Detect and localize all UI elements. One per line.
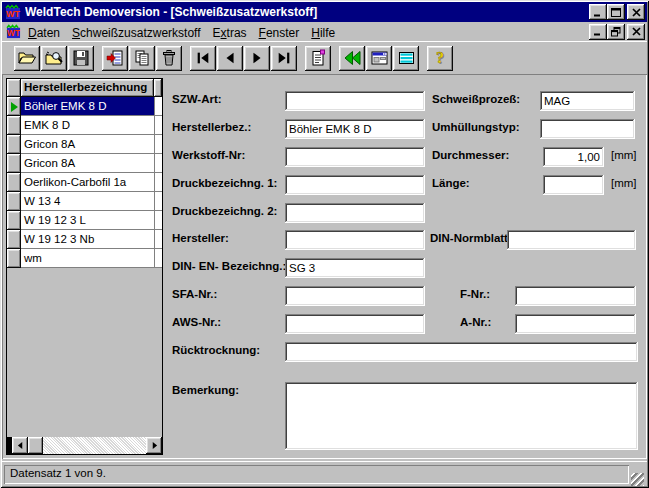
mdi-child-icon[interactable]: WT [4, 24, 22, 40]
search-button[interactable] [41, 46, 67, 71]
menu-extras[interactable]: Extras [207, 24, 253, 42]
grid-row[interactable]: wm [7, 249, 162, 268]
first-record-button[interactable] [190, 46, 216, 71]
form-view-button[interactable] [366, 46, 392, 71]
next-record-button[interactable] [244, 46, 270, 71]
ruecktrocknung-input[interactable] [285, 342, 638, 362]
grid-header-overflow [154, 79, 162, 97]
hersteller-label: Hersteller: [172, 232, 229, 244]
din-en-bezeichng-label: DIN- EN- Bezeichng.: [172, 260, 286, 272]
row-selector[interactable] [7, 154, 21, 173]
svg-text:?: ? [436, 49, 444, 66]
menu-fenster[interactable]: Fenster [253, 24, 306, 42]
scrollbar-thumb[interactable] [28, 437, 43, 454]
delete-button[interactable] [156, 46, 182, 71]
herstellerbez-input[interactable] [285, 119, 425, 139]
umhuellungstyp-input[interactable] [540, 119, 635, 139]
menu-schwei-zusatzwerkstoff[interactable]: Schweißzusatzwerkstoff [66, 24, 207, 42]
din-en-bezeichng-input[interactable] [285, 258, 425, 278]
last-record-button[interactable] [271, 46, 297, 71]
grid-cell[interactable]: Oerlikon-Carbofil 1a [21, 173, 154, 192]
schweissprozess-input[interactable] [540, 91, 635, 111]
first-record-icon [195, 50, 211, 66]
grid-cell[interactable]: W 19 12 3 Nb [21, 230, 154, 249]
scroll-right-button[interactable] [146, 437, 162, 454]
druckbezeichng1-label: Druckbezeichng. 1: [172, 177, 277, 189]
report-icon [309, 49, 327, 67]
druckbezeichng1-input[interactable] [285, 175, 425, 195]
grid-cell-overflow [154, 192, 162, 211]
minimize-button[interactable] [589, 4, 607, 20]
search-folder-icon [44, 49, 64, 67]
grid-row[interactable]: EMK 8 D [7, 116, 162, 135]
menu-daten[interactable]: Daten [22, 24, 66, 42]
copy-button[interactable] [129, 46, 155, 71]
grid-cell[interactable]: W 13 4 [21, 192, 154, 211]
grid-cell[interactable]: Gricon 8A [21, 135, 154, 154]
screen-view-button[interactable] [393, 46, 419, 71]
close-button[interactable] [627, 4, 645, 20]
szw-art-input[interactable] [285, 91, 425, 111]
grid-cell-overflow [154, 135, 162, 154]
help-button[interactable]: ? ? [427, 46, 453, 71]
a-nr-input[interactable] [515, 314, 636, 334]
grid-row[interactable]: Gricon 8A [7, 154, 162, 173]
grid-row[interactable]: Oerlikon-Carbofil 1a [7, 173, 162, 192]
scrollbar-track[interactable] [43, 437, 146, 454]
grid-row[interactable]: W 19 12 3 L [7, 211, 162, 230]
grid-row[interactable]: Gricon 8A [7, 135, 162, 154]
druckbezeichng2-label: Druckbezeichng. 2: [172, 205, 277, 217]
mdi-close-button[interactable] [627, 24, 645, 40]
row-selector[interactable] [7, 249, 21, 268]
close-icon [632, 8, 641, 17]
row-selector[interactable] [7, 211, 21, 230]
werkstoff-nr-input[interactable] [285, 147, 425, 167]
menu-hilfe[interactable]: Hilfe [305, 24, 341, 42]
insert-record-button[interactable] [102, 46, 128, 71]
mdi-minimize-button[interactable] [589, 24, 607, 40]
report-button[interactable] [305, 46, 331, 71]
din-normblatt-input[interactable] [507, 230, 636, 250]
druckbezeichng2-input[interactable] [285, 203, 425, 223]
detail-form: SZW-Art: Schweißprozeß: Herstellerbez.: … [163, 76, 645, 457]
mdi-restore-button[interactable] [607, 24, 625, 40]
f-nr-input[interactable] [515, 286, 636, 306]
previous-record-button[interactable] [217, 46, 243, 71]
save-button[interactable] [68, 46, 94, 71]
grid-cell[interactable]: wm [21, 249, 154, 268]
maximize-button[interactable] [607, 4, 625, 20]
exit-back-icon [343, 49, 362, 67]
window-title: WeldTech Demoversion - [Schweißzusatzwer… [25, 5, 589, 19]
grid-cell-overflow [154, 211, 162, 230]
app-window: WT WeldTech Demoversion - [Schweißzusatz… [0, 0, 649, 488]
row-selector[interactable] [7, 192, 21, 211]
bemerkung-textarea[interactable] [285, 382, 638, 450]
grid-column-header[interactable]: Herstellerbezeichnung [21, 79, 154, 97]
current-record-indicator[interactable] [7, 97, 21, 116]
grid-cell[interactable]: Böhler EMK 8 D [21, 97, 154, 116]
laenge-unit: [mm] [611, 177, 637, 189]
laenge-input[interactable] [543, 175, 604, 195]
open-button[interactable] [14, 46, 40, 71]
f-nr-label: F-Nr.: [460, 288, 490, 300]
exit-button[interactable] [339, 46, 365, 71]
scroll-left-button[interactable] [12, 437, 28, 454]
umhuellungstyp-label: Umhüllungstyp: [432, 121, 520, 133]
resize-grip[interactable] [631, 473, 644, 486]
a-nr-label: A-Nr.: [460, 316, 491, 328]
grid-row[interactable]: Böhler EMK 8 D [7, 97, 162, 116]
sfa-nr-input[interactable] [285, 286, 425, 306]
aws-nr-input[interactable] [285, 314, 425, 334]
row-selector[interactable] [7, 230, 21, 249]
durchmesser-input[interactable] [543, 147, 604, 167]
hersteller-input[interactable] [285, 230, 425, 250]
grid-cell[interactable]: Gricon 8A [21, 154, 154, 173]
row-selector[interactable] [7, 116, 21, 135]
grid-row[interactable]: W 13 4 [7, 192, 162, 211]
grid-cell[interactable]: W 19 12 3 L [21, 211, 154, 230]
row-selector[interactable] [7, 135, 21, 154]
row-selector[interactable] [7, 173, 21, 192]
grid-row[interactable]: W 19 12 3 Nb [7, 230, 162, 249]
grid-cell[interactable]: EMK 8 D [21, 116, 154, 135]
grid-cell-overflow [154, 173, 162, 192]
